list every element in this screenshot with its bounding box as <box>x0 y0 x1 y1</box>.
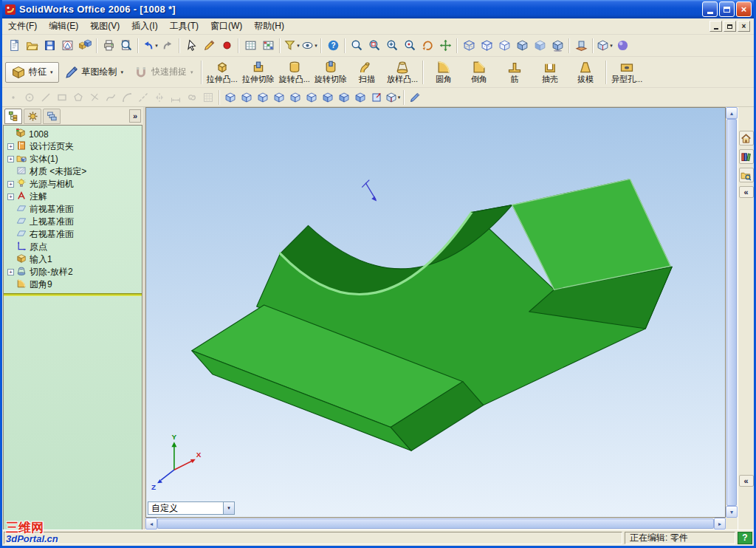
view-top-button[interactable] <box>287 89 303 106</box>
zoom-to-fit-button[interactable] <box>348 37 365 55</box>
undo-button[interactable]: ▾ <box>141 37 159 55</box>
dropdown-arrow-icon[interactable]: ▾ <box>398 95 401 100</box>
featuremanager-tab[interactable] <box>4 109 22 124</box>
dropdown-arrow-icon[interactable]: ▾ <box>50 69 53 75</box>
tree-item[interactable]: 输入1 <box>4 253 142 266</box>
menu-item[interactable]: 窗口(W) <box>205 18 248 35</box>
child-restore-button[interactable] <box>724 21 736 32</box>
tree-item[interactable]: 1008 <box>4 128 142 140</box>
revolved-boss-button[interactable]: 旋转凸... <box>277 58 312 87</box>
hole-wizard-button[interactable]: 异型孔... <box>609 58 645 87</box>
dropdown-arrow-icon[interactable]: ▾ <box>315 43 317 49</box>
horizontal-scrollbar[interactable]: ◂ ▸ <box>145 518 726 530</box>
scroll-right-button[interactable]: ▸ <box>714 518 726 530</box>
tree-item[interactable]: +注解 <box>4 191 142 203</box>
scroll-down-button[interactable]: ▾ <box>726 506 738 518</box>
3d-sketch-button[interactable] <box>407 89 423 106</box>
tree-item[interactable]: +设计活页夹 <box>4 140 142 153</box>
child-close-button[interactable]: × <box>738 21 750 32</box>
shaded-button[interactable] <box>531 37 549 55</box>
tree-item[interactable]: 原点 <box>4 241 142 253</box>
rotate-view-button[interactable] <box>419 37 436 55</box>
rib-button[interactable]: 筋 <box>497 58 532 87</box>
make-assembly-from-part-button[interactable] <box>76 37 94 55</box>
view-trimetric-button[interactable] <box>336 89 352 106</box>
task-pane-collapse-button[interactable]: « <box>739 186 754 198</box>
model-3d-part[interactable]: Y X Z <box>146 108 725 517</box>
help-button[interactable]: ? <box>324 37 342 55</box>
dropdown-arrow-icon[interactable]: ▾ <box>190 69 193 75</box>
vertical-scrollbar[interactable]: ▴ ▾ <box>726 107 738 518</box>
view-back-button[interactable] <box>238 89 255 106</box>
print-button[interactable] <box>100 37 117 55</box>
tree-item[interactable]: +实体(1) <box>4 153 142 165</box>
shadows-in-shaded-mode-button[interactable] <box>549 37 566 55</box>
view-left-button[interactable] <box>255 89 271 106</box>
design-library-button[interactable] <box>739 149 754 164</box>
sketch-button[interactable]: 草图绘制▾ <box>59 62 129 83</box>
propertymanager-tab[interactable] <box>24 109 41 124</box>
tree-item[interactable]: +光源与相机 <box>4 178 142 191</box>
tree-item[interactable]: 圆角9 <box>4 278 142 291</box>
design-table-button[interactable] <box>241 37 259 55</box>
print-preview-button[interactable] <box>117 37 135 55</box>
minimize-button[interactable] <box>702 1 718 17</box>
task-pane-expand-button[interactable]: « <box>739 475 754 487</box>
view-dimetric-button[interactable] <box>352 89 368 106</box>
expand-toggle[interactable]: + <box>7 193 14 200</box>
hidden-lines-removed-button[interactable] <box>495 37 513 55</box>
menu-item[interactable]: 文件(F) <box>2 18 43 35</box>
section-view-button[interactable] <box>572 37 590 55</box>
view-orientation-button[interactable]: ▾ <box>385 89 401 106</box>
tree-item[interactable]: +切除-放样2 <box>4 266 142 278</box>
menu-item[interactable]: 编辑(E) <box>43 18 84 35</box>
view-right-button[interactable] <box>271 89 287 106</box>
view-isometric-button[interactable] <box>320 89 336 106</box>
menu-item[interactable]: 工具(T) <box>164 18 205 35</box>
draft-button[interactable]: 拔模 <box>568 58 603 87</box>
graphics-area[interactable]: Y X Z 自定义 ▾ <box>145 107 726 518</box>
fillet-button[interactable]: 圆角 <box>426 58 461 87</box>
standard-views-button[interactable]: ▾ <box>596 37 614 55</box>
open-document-button[interactable] <box>23 37 41 55</box>
extruded-cut-button[interactable]: 拉伸切除 <box>240 58 277 87</box>
extruded-boss-button[interactable]: 拉伸凸... <box>205 58 240 87</box>
tree-item[interactable]: 右视基准面 <box>4 228 142 241</box>
menu-item[interactable]: 插入(I) <box>126 18 163 35</box>
view-front-button[interactable] <box>222 89 238 106</box>
color-swatches-button[interactable] <box>259 37 277 55</box>
zoom-in-out-button[interactable] <box>383 37 401 55</box>
new-document-button[interactable] <box>5 37 23 55</box>
tree-item[interactable]: 上视基准面 <box>4 216 142 228</box>
apply-scene-button[interactable] <box>614 37 631 55</box>
horizontal-scroll-thumb[interactable] <box>157 518 714 529</box>
menu-item[interactable]: 视图(V) <box>84 18 126 35</box>
view-config-combo[interactable]: 自定义 ▾ <box>148 501 235 515</box>
dropdown-arrow-icon[interactable]: ▾ <box>610 43 613 49</box>
view-normal-to-button[interactable] <box>368 89 385 106</box>
revolved-cut-button[interactable]: 旋转切除 <box>312 58 349 87</box>
status-help-button[interactable]: ? <box>738 532 752 544</box>
zoom-to-area-button[interactable] <box>365 37 383 55</box>
dropdown-arrow-icon[interactable]: ▾ <box>121 69 124 75</box>
tree-item[interactable]: 前视基准面 <box>4 203 142 216</box>
wireframe-button[interactable] <box>460 37 478 55</box>
zoom-to-selection-button[interactable] <box>401 37 419 55</box>
expand-toggle[interactable]: + <box>7 143 14 150</box>
tree-item[interactable]: 材质 <未指定> <box>4 165 142 178</box>
view-bottom-button[interactable] <box>303 89 320 106</box>
solidworks-resources-button[interactable] <box>739 131 754 145</box>
selection-filter-button[interactable]: ▾ <box>283 37 300 55</box>
expand-toggle[interactable]: + <box>7 269 14 275</box>
features-tab-button[interactable]: 特征▾ <box>5 62 59 83</box>
hide-show-items-button[interactable]: ▾ <box>300 37 318 55</box>
pan-button[interactable] <box>436 37 454 55</box>
combo-dropdown-icon[interactable]: ▾ <box>223 501 235 515</box>
chamfer-button[interactable]: 倒角 <box>461 58 497 87</box>
shaded-with-edges-button[interactable] <box>513 37 531 55</box>
expand-toggle[interactable]: + <box>7 156 14 162</box>
select-button[interactable] <box>182 37 200 55</box>
dropdown-arrow-icon[interactable]: ▾ <box>155 43 158 49</box>
scroll-up-button[interactable]: ▴ <box>726 107 738 119</box>
menu-item[interactable]: 帮助(H) <box>248 18 290 35</box>
